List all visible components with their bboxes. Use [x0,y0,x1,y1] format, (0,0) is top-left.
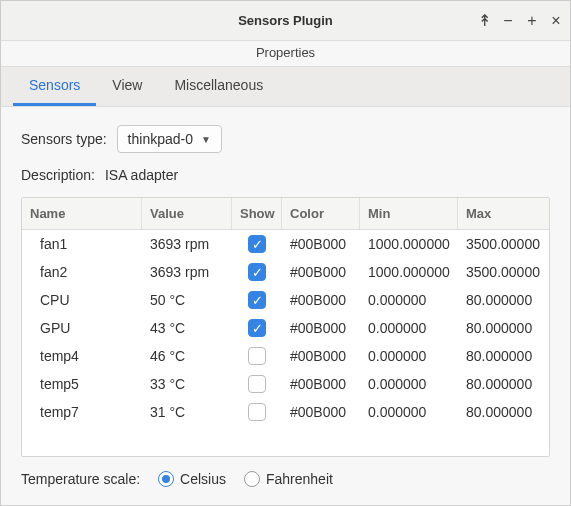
minimize-icon[interactable]: − [500,13,516,29]
cell-show[interactable] [232,314,282,342]
cell-color: #00B000 [282,399,360,425]
tab-sensors[interactable]: Sensors [13,67,96,106]
temperature-scale-row: Temperature scale: Celsius Fahrenheit [21,457,550,493]
cell-min: 1000.000000 [360,259,458,285]
col-value[interactable]: Value [142,198,232,229]
temperature-scale-label: Temperature scale: [21,471,140,487]
radio-celsius-label: Celsius [180,471,226,487]
cell-color: #00B000 [282,371,360,397]
cell-show[interactable] [232,230,282,258]
cell-value: 3693 rpm [142,259,232,285]
tab-view[interactable]: View [96,67,158,106]
cell-max: 3500.00000 [458,231,548,257]
cell-min: 0.000000 [360,315,458,341]
description-label: Description: [21,167,95,183]
sensors-type-label: Sensors type: [21,131,107,147]
cell-max: 80.000000 [458,343,548,369]
cell-name: fan2 [22,259,142,285]
cell-name: temp4 [22,343,142,369]
table-row[interactable]: temp533 °C#00B0000.00000080.000000 [22,370,549,398]
tab-panel: Sensors type: thinkpad-0 ▼ Description: … [1,107,570,505]
col-max[interactable]: Max [458,198,548,229]
chevron-down-icon: ▼ [201,134,211,145]
cell-color: #00B000 [282,231,360,257]
radio-dot-icon [158,471,174,487]
radio-celsius[interactable]: Celsius [158,471,226,487]
cell-max: 3500.00000 [458,259,548,285]
cell-max: 80.000000 [458,315,548,341]
cell-color: #00B000 [282,315,360,341]
cell-show[interactable] [232,398,282,426]
table-body: fan13693 rpm#00B0001000.0000003500.00000… [22,230,549,426]
cell-name: temp7 [22,399,142,425]
window-buttons: ↟ − + × [476,1,564,40]
radio-fahrenheit[interactable]: Fahrenheit [244,471,333,487]
checkbox-icon[interactable] [248,347,266,365]
cell-max: 80.000000 [458,371,548,397]
window-title: Sensors Plugin [238,13,333,28]
tabbar: Sensors View Miscellaneous [1,66,570,107]
window: Sensors Plugin ↟ − + × Properties Sensor… [0,0,571,506]
sensors-table: Name Value Show Color Min Max fan13693 r… [21,197,550,457]
table-row[interactable]: temp731 °C#00B0000.00000080.000000 [22,398,549,426]
cell-name: fan1 [22,231,142,257]
checkbox-icon[interactable] [248,291,266,309]
cell-value: 33 °C [142,371,232,397]
cell-min: 0.000000 [360,371,458,397]
description-value: ISA adapter [105,167,178,183]
cell-value: 46 °C [142,343,232,369]
cell-max: 80.000000 [458,399,548,425]
tab-miscellaneous[interactable]: Miscellaneous [158,67,279,106]
col-min[interactable]: Min [360,198,458,229]
checkbox-icon[interactable] [248,235,266,253]
cell-show[interactable] [232,370,282,398]
cell-value: 3693 rpm [142,231,232,257]
table-header: Name Value Show Color Min Max [22,198,549,230]
cell-min: 0.000000 [360,343,458,369]
titlebar: Sensors Plugin ↟ − + × [1,1,570,41]
table-row[interactable]: fan23693 rpm#00B0001000.0000003500.00000 [22,258,549,286]
cell-min: 1000.000000 [360,231,458,257]
sensors-type-row: Sensors type: thinkpad-0 ▼ [21,125,550,153]
radio-dot-icon [244,471,260,487]
table-row[interactable]: temp446 °C#00B0000.00000080.000000 [22,342,549,370]
keep-above-icon[interactable]: ↟ [476,13,492,29]
cell-value: 43 °C [142,315,232,341]
cell-name: temp5 [22,371,142,397]
checkbox-icon[interactable] [248,403,266,421]
col-show[interactable]: Show [232,198,282,229]
sensors-type-value: thinkpad-0 [128,131,193,147]
cell-name: GPU [22,315,142,341]
table-row[interactable]: GPU43 °C#00B0000.00000080.000000 [22,314,549,342]
cell-max: 80.000000 [458,287,548,313]
cell-color: #00B000 [282,343,360,369]
cell-show[interactable] [232,342,282,370]
checkbox-icon[interactable] [248,263,266,281]
description-row: Description: ISA adapter [21,167,550,183]
close-icon[interactable]: × [548,13,564,29]
cell-show[interactable] [232,258,282,286]
table-row[interactable]: CPU50 °C#00B0000.00000080.000000 [22,286,549,314]
radio-fahrenheit-label: Fahrenheit [266,471,333,487]
cell-show[interactable] [232,286,282,314]
checkbox-icon[interactable] [248,375,266,393]
maximize-icon[interactable]: + [524,13,540,29]
cell-color: #00B000 [282,259,360,285]
table-row[interactable]: fan13693 rpm#00B0001000.0000003500.00000 [22,230,549,258]
cell-name: CPU [22,287,142,313]
cell-color: #00B000 [282,287,360,313]
col-color[interactable]: Color [282,198,360,229]
cell-value: 31 °C [142,399,232,425]
sensors-type-dropdown[interactable]: thinkpad-0 ▼ [117,125,222,153]
cell-min: 0.000000 [360,399,458,425]
subtitle: Properties [1,41,570,66]
col-name[interactable]: Name [22,198,142,229]
checkbox-icon[interactable] [248,319,266,337]
cell-min: 0.000000 [360,287,458,313]
cell-value: 50 °C [142,287,232,313]
